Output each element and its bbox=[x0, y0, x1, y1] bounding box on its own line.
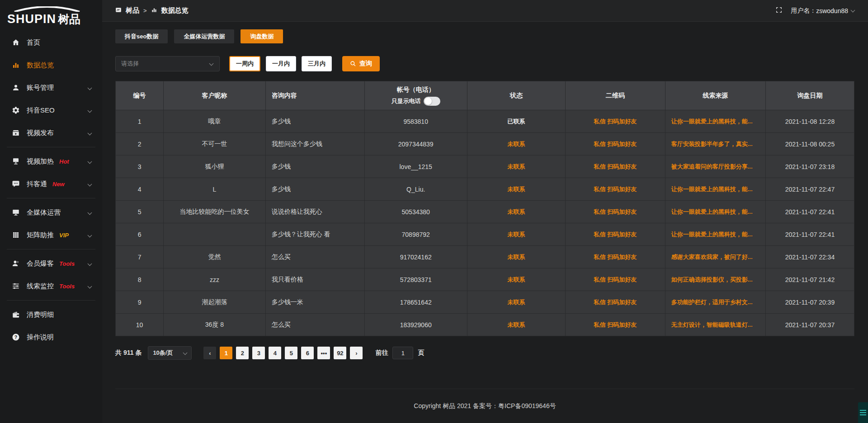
page-button-4[interactable]: 4 bbox=[269, 347, 281, 359]
sidebar-item-video-heat[interactable]: 视频加热 Hot bbox=[0, 150, 102, 173]
hot-badge: Hot bbox=[59, 158, 69, 165]
search-icon bbox=[350, 61, 356, 67]
video-heat-icon bbox=[12, 157, 20, 165]
table-row: 7 觉然 怎么买 917024162 未联系 私信 扫码加好友 感谢大家喜欢我家… bbox=[116, 246, 854, 268]
sidebar-item-member-burst[interactable]: 会员爆客 Tools bbox=[0, 252, 102, 275]
col-source: 线索来源 bbox=[665, 81, 765, 110]
question-circle-icon: ? bbox=[12, 333, 20, 341]
lead-source-link[interactable]: 如何正确选择投影仪，买投影... bbox=[671, 276, 753, 283]
qr-add-friend-link[interactable]: 私信 扫码加好友 bbox=[594, 321, 637, 328]
lead-source-link[interactable]: 让你一眼就爱上的黑科技，能... bbox=[671, 231, 753, 238]
period-week-button[interactable]: 一周内 bbox=[229, 56, 260, 71]
goto-suffix: 页 bbox=[418, 349, 424, 357]
select-placeholder: 请选择 bbox=[121, 60, 139, 68]
page-ellipsis-button[interactable]: ••• bbox=[317, 347, 330, 359]
breadcrumb-separator: > bbox=[143, 7, 147, 14]
sidebar-item-data-overview[interactable]: 数据总览 bbox=[0, 54, 102, 76]
qr-add-friend-link[interactable]: 私信 扫码加好友 bbox=[594, 299, 637, 306]
goto-page-input[interactable] bbox=[392, 347, 413, 359]
lead-source-link[interactable]: 让你一眼就爱上的黑科技，能... bbox=[671, 208, 753, 215]
monitor-icon bbox=[12, 208, 20, 216]
lead-source-link[interactable]: 感谢大家喜欢我家，被问了好... bbox=[671, 254, 753, 260]
sidebar-item-spend-detail[interactable]: 消费明细 bbox=[0, 303, 102, 326]
chevron-down-icon bbox=[88, 284, 92, 288]
table-row: 6 多少钱？让我死心 看 70898792 未联系 私信 扫码加好友 让你一眼就… bbox=[116, 223, 854, 246]
lead-source-link[interactable]: 多功能护栏灯，适用于乡村文... bbox=[671, 299, 753, 306]
chevron-down-icon bbox=[88, 182, 92, 186]
lead-source-link[interactable]: 客厅安装投影半年多了，真实... bbox=[671, 141, 753, 147]
sidebar-divider bbox=[7, 147, 95, 147]
chevron-down-icon bbox=[851, 8, 855, 13]
col-id: 编号 bbox=[116, 81, 164, 110]
sidebar-item-video-publish[interactable]: 视频发布 bbox=[0, 122, 102, 144]
breadcrumb-app-icon bbox=[115, 7, 122, 14]
period-month-button[interactable]: 一月内 bbox=[266, 56, 296, 71]
qr-add-friend-link[interactable]: 私信 扫码加好友 bbox=[594, 186, 637, 193]
sidebar-item-help[interactable]: ? 操作说明 bbox=[0, 326, 102, 348]
inquiry-table: 编号 客户昵称 咨询内容 帐号（电话） 只显示电话 状态 二维码 线索来源 bbox=[115, 81, 854, 336]
table-row: 8 zzz 我只看价格 572803371 未联系 私信 扫码加好友 如何正确选… bbox=[116, 268, 854, 291]
content: 抖音seo数据 全媒体运营数据 询盘数据 请选择 一周内 一月内 三月内 查询 bbox=[102, 22, 868, 423]
table-row: 5 当地比较能吃的一位美女 说说价格让我死心 50534380 未联系 私信 扫… bbox=[116, 201, 854, 223]
tab-douyin-seo-data[interactable]: 抖音seo数据 bbox=[115, 29, 168, 43]
page-size-select[interactable]: 10条/页 bbox=[148, 346, 192, 360]
sidebar-item-douyin-seo[interactable]: 抖音SEO bbox=[0, 99, 102, 122]
logo-text-cn: 树品 bbox=[58, 12, 80, 27]
chevron-down-icon bbox=[88, 233, 92, 237]
table-row: 2 不可一世 我想问这个多少钱 2097344839 未联系 私信 扫码加好友 … bbox=[116, 133, 854, 155]
logo-text-en: SHUPIN bbox=[7, 12, 56, 26]
page-button-last[interactable]: 92 bbox=[334, 347, 346, 359]
qr-add-friend-link[interactable]: 私信 扫码加好友 bbox=[594, 231, 637, 238]
lead-source-link[interactable]: 让你一眼就爱上的黑科技，能... bbox=[671, 118, 753, 125]
page-button-2[interactable]: 2 bbox=[236, 347, 249, 359]
page-button-3[interactable]: 3 bbox=[252, 347, 265, 359]
chevron-down-icon bbox=[88, 108, 92, 113]
qr-add-friend-link[interactable]: 私信 扫码加好友 bbox=[594, 141, 637, 147]
page-button-1[interactable]: 1 bbox=[220, 347, 232, 359]
prev-page-button[interactable]: ‹ bbox=[203, 347, 216, 359]
qr-add-friend-link[interactable]: 私信 扫码加好友 bbox=[594, 254, 637, 260]
sidebar-divider bbox=[7, 198, 95, 198]
footer: Copyright 树品 2021 备案号：粤ICP备09019646号 bbox=[115, 389, 854, 423]
table-row: 9 潮起潮落 多少钱一米 178651642 未联系 私信 扫码加好友 多功能护… bbox=[116, 291, 854, 314]
breadcrumb-root[interactable]: 树品 bbox=[126, 6, 139, 15]
sidebar-item-home[interactable]: 首页 bbox=[0, 31, 102, 54]
sidebar-item-omnimedia[interactable]: 全媒体运营 bbox=[0, 201, 102, 224]
user-menu[interactable]: 用户名： zswodun88 bbox=[791, 7, 854, 15]
sliders-icon bbox=[12, 282, 20, 290]
query-button[interactable]: 查询 bbox=[342, 56, 380, 71]
period-quarter-button[interactable]: 三月内 bbox=[302, 56, 332, 71]
qr-add-friend-link[interactable]: 私信 扫码加好友 bbox=[594, 118, 637, 125]
sidebar-item-account-mgmt[interactable]: 账号管理 bbox=[0, 76, 102, 99]
lead-source-link[interactable]: 被大家追着问的客厅投影分享... bbox=[671, 163, 753, 170]
tab-inquiry-data[interactable]: 询盘数据 bbox=[241, 29, 283, 43]
grid-icon bbox=[12, 231, 20, 239]
sidebar-item-doukectong[interactable]: 抖客通 New bbox=[0, 173, 102, 195]
page-button-5[interactable]: 5 bbox=[285, 347, 297, 359]
chevron-down-icon bbox=[88, 210, 92, 215]
qr-add-friend-link[interactable]: 私信 扫码加好友 bbox=[594, 163, 637, 170]
phone-only-toggle[interactable] bbox=[424, 97, 440, 106]
col-nickname: 客户昵称 bbox=[164, 81, 265, 110]
sidebar-divider bbox=[7, 249, 95, 249]
sidebar-item-lead-monitor[interactable]: 线索监控 Tools bbox=[0, 275, 102, 297]
chevron-down-icon bbox=[209, 61, 214, 66]
pagination: 共 911 条 10条/页 ‹ 1 2 3 4 5 6 ••• 92 › 前往 … bbox=[115, 346, 854, 360]
next-page-button[interactable]: › bbox=[350, 347, 363, 359]
sidebar-item-matrix-boost[interactable]: 矩阵助推 VIP bbox=[0, 224, 102, 246]
topbar: 树品 > 数据总览 用户名： zswodun88 bbox=[102, 0, 868, 22]
account-select[interactable]: 请选择 bbox=[115, 56, 220, 71]
main-area: 树品 > 数据总览 用户名： zswodun88 抖音seo数据 全媒体运营数据… bbox=[102, 0, 868, 423]
lead-source-link[interactable]: 让你一眼就爱上的黑科技，能... bbox=[671, 186, 753, 193]
tab-omnimedia-data[interactable]: 全媒体运营数据 bbox=[174, 29, 234, 43]
lead-source-link[interactable]: 无主灯设计，智能磁吸轨道灯... bbox=[671, 321, 753, 328]
status-badge: 未联系 bbox=[467, 314, 565, 336]
col-status: 状态 bbox=[467, 81, 565, 110]
col-date: 询盘日期 bbox=[765, 81, 854, 110]
status-badge: 已联系 bbox=[467, 110, 565, 133]
qr-add-friend-link[interactable]: 私信 扫码加好友 bbox=[594, 276, 637, 283]
qr-add-friend-link[interactable]: 私信 扫码加好友 bbox=[594, 208, 637, 215]
fullscreen-icon[interactable] bbox=[775, 6, 783, 15]
page-button-6[interactable]: 6 bbox=[301, 347, 314, 359]
status-badge: 未联系 bbox=[467, 268, 565, 291]
